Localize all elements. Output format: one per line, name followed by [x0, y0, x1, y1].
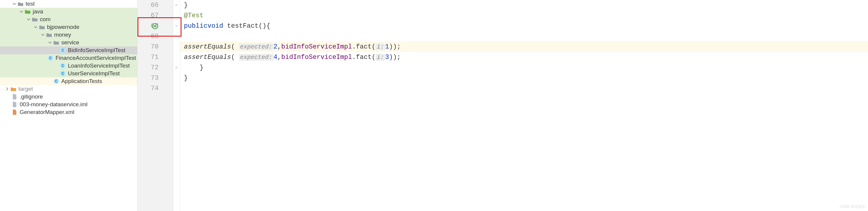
code-line[interactable]	[180, 83, 868, 94]
tree-item-service[interactable]: service	[0, 39, 137, 47]
package-icon	[39, 24, 45, 30]
tree-label: FinanceAccountServiceImplTest	[56, 55, 136, 61]
class-icon: C	[60, 70, 66, 77]
xml-file-icon	[11, 109, 18, 116]
code-line[interactable]: }	[180, 0, 868, 10]
folder-icon	[10, 86, 17, 92]
folder-icon	[24, 8, 31, 15]
line-number[interactable]: 71	[137, 52, 173, 62]
tree-item-test[interactable]: test	[0, 0, 137, 8]
tree-label: bjpowernode	[47, 24, 80, 30]
tree-item-apptests[interactable]: C ApplicationTests	[0, 78, 137, 85]
code-line[interactable]: public void testFact(){	[180, 21, 868, 31]
code-line[interactable]	[180, 31, 868, 42]
tree-label: LoanInfoServiceImplTest	[68, 62, 130, 69]
package-icon	[46, 32, 52, 38]
chevron-down-icon[interactable]	[12, 1, 17, 6]
folder-icon	[17, 1, 24, 7]
tree-label: UserServiceImplTest	[68, 70, 120, 77]
line-number[interactable]: 68	[137, 21, 173, 31]
tree-label: money	[54, 32, 71, 38]
code-area[interactable]: } @Test public void testFact(){ assertEq…	[180, 0, 868, 211]
tree-label: ApplicationTests	[61, 78, 102, 85]
tree-label: BidInfoServiceImplTest	[68, 47, 125, 54]
tree-item-loan[interactable]: C LoanInfoServiceImplTest	[0, 62, 137, 70]
tree-item-bjpowernode[interactable]: bjpowernode	[0, 23, 137, 31]
package-icon	[32, 16, 38, 23]
line-number[interactable]: 69	[137, 31, 173, 42]
tree-label: java	[33, 8, 43, 15]
line-number[interactable]: 67	[137, 10, 173, 21]
code-line[interactable]: assertEquals( expected: 4,bidInfoService…	[180, 52, 868, 62]
file-icon	[11, 93, 18, 100]
line-number[interactable]: 73	[137, 73, 173, 83]
tree-item-target[interactable]: target	[0, 85, 137, 93]
tree-item-java[interactable]: java	[0, 8, 137, 16]
tree-label: com	[40, 16, 51, 23]
chevron-down-icon[interactable]	[26, 17, 31, 22]
inline-hint: expected:	[239, 43, 274, 50]
tree-label: service	[61, 39, 79, 46]
line-number[interactable]: 72	[137, 62, 173, 73]
class-icon: C	[53, 78, 60, 85]
annotation: @Test	[184, 12, 204, 19]
inline-hint: expected:	[239, 54, 274, 61]
class-icon: C	[47, 55, 54, 61]
line-number[interactable]: 66	[137, 0, 173, 10]
tree-item-com[interactable]: com	[0, 16, 137, 23]
line-number[interactable]: 74	[137, 83, 173, 94]
chevron-down-icon[interactable]	[19, 9, 24, 14]
tree-item-gitignore[interactable]: .gitignore	[0, 93, 137, 100]
tree-label: 003-money-dataservice.iml	[20, 101, 88, 108]
chevron-down-icon[interactable]	[33, 25, 38, 29]
tree-label: GeneratorMapper.xml	[20, 109, 74, 116]
tree-label: .gitignore	[20, 93, 43, 100]
chevron-down-icon[interactable]	[48, 40, 52, 45]
code-line[interactable]: assertEquals( expected: 2,bidInfoService…	[180, 42, 868, 52]
fold-start-icon[interactable]	[174, 23, 179, 27]
run-test-icon[interactable]	[152, 23, 158, 29]
chevron-right-icon[interactable]	[5, 87, 9, 91]
fold-column[interactable]	[173, 0, 180, 211]
tree-item-iml[interactable]: 003-money-dataservice.iml	[0, 100, 137, 108]
class-icon: C	[60, 47, 66, 54]
tree-item-genmapper[interactable]: GeneratorMapper.xml	[0, 108, 137, 116]
inline-hint: i:	[375, 43, 385, 50]
code-line[interactable]: }	[180, 62, 868, 73]
project-tree[interactable]: test java com bjpowernode money service …	[0, 0, 137, 211]
watermark: CSDN @北且狂	[839, 204, 865, 209]
tree-item-user[interactable]: C UserServiceImplTest	[0, 70, 137, 78]
tree-item-bidinfo[interactable]: C BidInfoServiceImplTest	[0, 47, 137, 54]
code-line[interactable]: }	[180, 73, 868, 83]
fold-end-icon[interactable]	[174, 64, 179, 68]
gutter[interactable]: 66 67 68 69 70 71 72 73 74	[137, 0, 173, 211]
package-icon	[53, 39, 60, 46]
tree-item-money[interactable]: money	[0, 31, 137, 39]
tree-label: target	[19, 86, 33, 92]
file-icon	[11, 101, 18, 108]
tree-item-finance[interactable]: C FinanceAccountServiceImplTest	[0, 54, 137, 62]
code-editor[interactable]: 66 67 68 69 70 71 72 73 74 } @Test publi…	[137, 0, 868, 211]
chevron-down-icon[interactable]	[40, 32, 45, 37]
fold-end-icon[interactable]	[174, 2, 179, 6]
class-icon: C	[60, 62, 66, 69]
tree-label: test	[26, 1, 35, 7]
code-line[interactable]: @Test	[180, 10, 868, 21]
line-number[interactable]: 70	[137, 42, 173, 52]
inline-hint: i:	[375, 54, 385, 61]
